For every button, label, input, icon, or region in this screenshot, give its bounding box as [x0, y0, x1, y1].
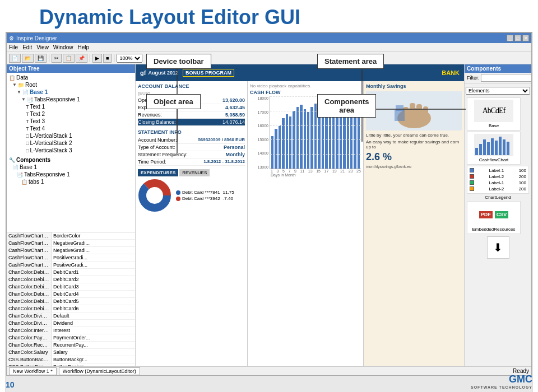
bar-9 [300, 105, 302, 169]
expand-icon-tabsresp: ▼ [21, 97, 26, 102]
tree-label-data: Data [16, 74, 28, 81]
annotation-statement-area: Statement area [317, 54, 384, 69]
menu-item-edit[interactable]: Edit [22, 44, 32, 50]
component-item-cashflow[interactable]: CashflowChart [467, 132, 521, 165]
svg-point-6 [148, 189, 161, 202]
gmc-logo: GMC SOFTWARE TECHNOLOGY [471, 374, 532, 389]
menu-item-help[interactable]: Help [77, 44, 89, 50]
tabsresp-icon: 📑 [27, 97, 33, 102]
page-number: 10 [6, 380, 15, 389]
svg-rect-10 [416, 104, 422, 119]
tree-item-text3[interactable]: T Text 3 [8, 118, 134, 125]
right-panel: Components Filter: Elements [464, 64, 531, 366]
bar-3 [279, 125, 281, 169]
toolbar-cut-btn[interactable]: ✂ [52, 54, 62, 63]
device-toolbar: 📄 📂 💾 ✂ 📋 📌 ▶ ■ 100% [7, 52, 531, 64]
savings-url: monthlysavings.gfbank.eu [366, 165, 462, 169]
menu-item-view[interactable]: View [36, 44, 49, 50]
chart-legend-component[interactable]: Label-1 100 Label-2 200 Label-1 [467, 166, 529, 194]
bar-5 [286, 114, 288, 169]
tree-item-vstack1[interactable]: □ L-VerticalStack 1 [8, 132, 134, 139]
minimize-button[interactable]: _ [507, 35, 513, 41]
comp-base1-icon: 📄 [12, 165, 18, 170]
elements-dropdown[interactable]: Elements [466, 87, 530, 95]
tree-item-tabsresp[interactable]: ▼ 📑 TabsResponsive 1 [8, 96, 134, 103]
tab-revenues[interactable]: REVENUES [179, 169, 210, 176]
zoom-select[interactable]: 100% [117, 54, 142, 63]
pdf-icon: PDF [479, 211, 493, 218]
bank-program: BONUS PROGRAM [183, 69, 234, 77]
tree-content[interactable]: 📋 Data ▼ 📁 Root ▼ 📄 Base 1 [7, 73, 135, 232]
bank-main: ACCOUNT BALANCE (EUR) Opening Balance: 1… [136, 81, 464, 366]
prop-row: ChanColor.DebitCarDebitCard3 [7, 283, 135, 291]
tree-item-base1[interactable]: ▼ 📄 Base 1 [8, 88, 134, 96]
toolbar-copy-btn[interactable]: 📋 [63, 54, 75, 63]
bar-2 [275, 129, 277, 169]
tab-dynamic-layout[interactable]: Workflow (DynamicLayoutEditor) [59, 367, 140, 375]
tree-item-components[interactable]: 🔧 Components [8, 156, 134, 164]
tab-new-workflow[interactable]: New Workflow 1 * [9, 367, 57, 375]
bank-logo: gf [140, 69, 146, 76]
x-axis-label: Days in Month [271, 173, 361, 177]
tab-expenditures[interactable]: EXPENDITURES [138, 169, 178, 176]
tree-item-vstack3[interactable]: □ L-VerticalStack 3 [8, 147, 134, 154]
tree-item-data[interactable]: 📋 Data [8, 74, 134, 81]
donut-chart-area: Debit Card ***7841 11.75 Debit Card ***3… [138, 179, 245, 212]
toolbar-new-btn[interactable]: 📄 [9, 54, 21, 63]
time-period: Time Period: 1.8.2012 - 31.8.2012 [138, 158, 245, 166]
toolbar-run-btn[interactable]: ▶ [92, 54, 102, 63]
annotation-object-area: Object area [146, 94, 201, 109]
toolbar-sep-3 [114, 54, 114, 62]
maximize-button[interactable]: □ [514, 35, 521, 41]
component-item-base[interactable]: AbCdEf Base [467, 97, 521, 130]
annotation-device-toolbar: Device toolbar [146, 54, 211, 69]
base1-icon: 📄 [22, 90, 29, 95]
tree-label-root: Root [25, 82, 37, 88]
balance-revenues: Revenues: 5,088.59 [138, 111, 245, 119]
comp-label-base: Base [489, 123, 499, 128]
legend-color-3 [470, 180, 474, 185]
properties-table[interactable]: CashFlowChart.BorBorderColor CashFlowCha… [7, 232, 135, 366]
statement-info-section: STATEMENT INFO Account Number: 569320509… [138, 129, 245, 166]
tree-item-vstack2[interactable]: □ L-VerticalStack 2 [8, 139, 134, 147]
menu-item-window[interactable]: Window [53, 44, 73, 50]
menu-item-file[interactable]: File [9, 44, 18, 50]
toolbar-open-btn[interactable]: 📂 [22, 54, 34, 63]
legend-dot-2 [176, 197, 180, 201]
prop-row: CashFlowChart.NegNegativeGradi... [7, 240, 135, 247]
tree-label-text1: Text 1 [30, 104, 45, 110]
tree-item-text2[interactable]: T Text 2 [8, 110, 134, 118]
svg-rect-11 [423, 106, 428, 119]
toolbar-stop-btn[interactable]: ■ [103, 54, 112, 63]
tree-label-comp-tabs1: tabs 1 [29, 179, 44, 185]
tree-item-comp-base1[interactable]: 📄 Base 1 [8, 164, 134, 171]
text3-icon: T [26, 119, 29, 124]
prop-row: CashFlowChart.PosPositiveGradi... [7, 262, 135, 269]
bar-4 [282, 118, 284, 169]
tree-item-text1[interactable]: T Text 1 [8, 103, 134, 110]
download-icon[interactable]: ⬇ [487, 236, 509, 259]
legend-color-2 [470, 174, 474, 179]
cashflow-mini-svg [474, 134, 513, 156]
bank-statement: gf August 2012 BONUS PROGRAM BANK ACCOUN… [136, 64, 464, 366]
toolbar-save-btn[interactable]: 💾 [35, 54, 47, 63]
prop-row: CSS.ButtonBackgrouButtonBackgr... [7, 356, 135, 363]
text1-icon: T [26, 104, 29, 110]
legend-row-4: Label-2 200 [469, 186, 527, 192]
component-item-embedded[interactable]: PDF CSV EmbeddedResources [467, 201, 521, 234]
center-panel: gf August 2012 BONUS PROGRAM BANK ACCOUN… [136, 64, 464, 366]
tree-item-text4[interactable]: T Text 4 [8, 125, 134, 132]
savings-text1: Little by little, your dreams can come t… [366, 133, 462, 138]
expand-icon-base1: ▼ [17, 90, 21, 95]
filter-input[interactable] [481, 74, 532, 82]
close-button[interactable]: ✕ [522, 35, 529, 41]
toolbar-paste-btn[interactable]: 📌 [76, 54, 87, 63]
svg-rect-15 [479, 144, 482, 155]
tree-item-comp-tabs1[interactable]: 📋 tabs 1 [8, 178, 134, 185]
prop-row: ChanColor.RecurrenRecurrentPay... [7, 342, 135, 349]
comp-tabs1-icon: 📋 [21, 179, 27, 185]
data-icon: 📋 [9, 75, 15, 81]
tree-item-comp-tabsresp[interactable]: 📑 TabsResponsive 1 [8, 171, 134, 178]
comp-label-embedded: EmbeddedResources [472, 227, 516, 232]
tree-item-root[interactable]: ▼ 📁 Root [8, 81, 134, 88]
